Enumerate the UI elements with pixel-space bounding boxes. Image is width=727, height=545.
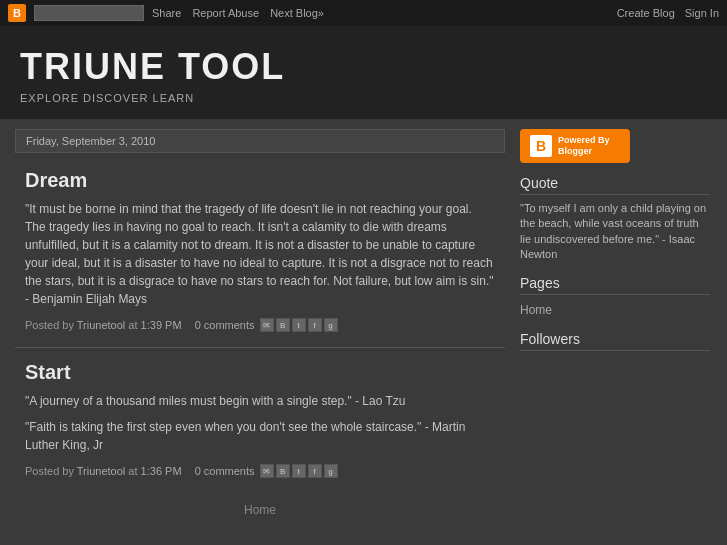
report-abuse-link[interactable]: Report Abuse [192,7,259,19]
googleplus-share-icon[interactable]: g [324,318,338,332]
powered-by-blogger: B Powered By Blogger [520,129,630,163]
site-title: TRIUNE TOOL [20,46,707,88]
navbar-right: Create Blog Sign In [617,7,719,19]
navbar: B Share Report Abuse Next Blog» Create B… [0,0,727,26]
googleplus-share-icon-2[interactable]: g [324,464,338,478]
site-header: TRIUNE TOOL EXPLORE DISCOVER LEARN [0,26,727,119]
post-start-share-icons: ✉ B t f g [260,464,338,478]
next-blog-link[interactable]: Next Blog» [270,7,324,19]
post-dream-comments-sep [187,319,190,331]
post-start-comments-sep [187,465,190,477]
post-start-body1: "A journey of a thousand miles must begi… [25,392,495,410]
post-dream-body: "It must be borne in mind that the trage… [25,200,495,308]
main-content: Friday, September 3, 2010 Dream "It must… [15,129,505,527]
twitter-share-icon[interactable]: t [292,318,306,332]
quote-section: Quote "To myself I am only a child playi… [520,175,710,263]
post-dream: Dream "It must be borne in mind that the… [15,161,505,342]
facebook-share-icon[interactable]: f [308,318,322,332]
post-start-comments[interactable]: 0 comments [195,465,255,477]
email-share-icon-2[interactable]: ✉ [260,464,274,478]
sign-in-link[interactable]: Sign In [685,7,719,19]
post-dream-share-icons: ✉ B t f g [260,318,338,332]
post-start: Start "A journey of a thousand miles mus… [15,353,505,488]
post-dream-title: Dream [25,169,495,192]
date-header: Friday, September 3, 2010 [15,129,505,153]
post-start-time[interactable]: 1:36 PM [141,465,182,477]
facebook-share-icon-2[interactable]: f [308,464,322,478]
twitter-share-icon-2[interactable]: t [292,464,306,478]
post-dream-footer: Posted by Triunetool at 1:39 PM 0 commen… [25,318,495,332]
navbar-left: B Share Report Abuse Next Blog» [8,4,607,22]
post-start-title: Start [25,361,495,384]
post-start-footer: Posted by Triunetool at 1:36 PM 0 commen… [25,464,495,478]
pages-home-link[interactable]: Home [520,301,710,319]
blogger-logo: B [8,4,26,22]
blog-share-icon[interactable]: B [276,318,290,332]
post-dream-time[interactable]: 1:39 PM [141,319,182,331]
blogger-b-logo: B [530,135,552,157]
followers-heading: Followers [520,331,710,351]
search-input[interactable] [34,5,144,21]
post-dream-comments[interactable]: 0 comments [195,319,255,331]
site-subtitle: EXPLORE DISCOVER LEARN [20,92,707,104]
post-start-body2: "Faith is taking the first step even whe… [25,418,495,454]
create-blog-link[interactable]: Create Blog [617,7,675,19]
post-dream-attribution: Posted by Triunetool at 1:39 PM [25,319,182,331]
share-link[interactable]: Share [152,7,181,19]
blog-share-icon-2[interactable]: B [276,464,290,478]
navbar-links: Share Report Abuse Next Blog» [152,7,332,19]
followers-section: Followers [520,331,710,351]
post-start-attribution: Posted by Triunetool at 1:36 PM [25,465,182,477]
blogger-powered-text: Powered By Blogger [558,135,610,157]
post-start-author[interactable]: Triunetool [77,465,126,477]
footer-home-link[interactable]: Home [244,503,276,517]
powered-by-section: B Powered By Blogger [520,129,710,163]
pages-section: Pages Home [520,275,710,319]
page-wrapper: TRIUNE TOOL EXPLORE DISCOVER LEARN Frida… [0,26,727,545]
quote-heading: Quote [520,175,710,195]
post-dream-author[interactable]: Triunetool [77,319,126,331]
quote-text: "To myself I am only a child playing on … [520,201,710,263]
sidebar: B Powered By Blogger Quote "To myself I … [520,129,710,527]
post-divider [15,347,505,348]
pages-heading: Pages [520,275,710,295]
footer-nav: Home [15,493,505,527]
email-share-icon[interactable]: ✉ [260,318,274,332]
content-wrapper: Friday, September 3, 2010 Dream "It must… [0,119,727,537]
